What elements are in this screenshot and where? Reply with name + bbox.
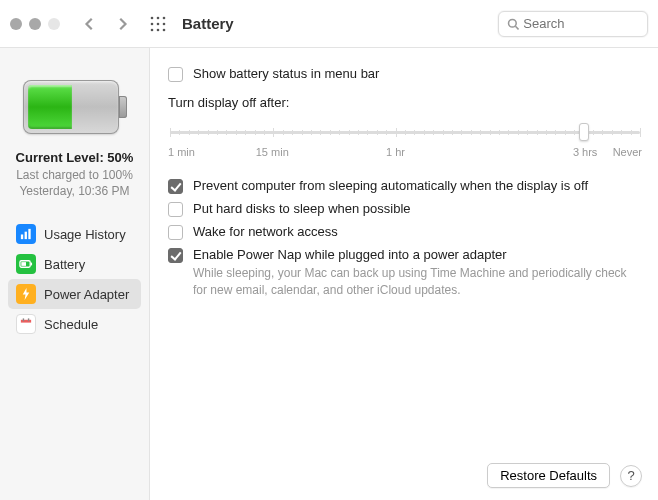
option-row: Enable Power Nap while plugged into a po… [168,247,642,298]
svg-rect-19 [23,319,24,322]
battery-illustration [23,80,127,134]
svg-point-2 [163,16,166,19]
search-icon [507,17,519,31]
option-checkbox-1[interactable] [168,202,183,217]
slider-tick-label: Never [613,146,642,158]
svg-point-6 [151,28,154,31]
sidebar-item-usage-history[interactable]: Usage History [8,219,141,249]
page-title: Battery [182,15,490,32]
forward-button[interactable] [110,12,134,36]
slider-tick-label: 15 min [256,146,289,158]
minimize-window-button[interactable] [29,18,41,30]
option-label: Enable Power Nap while plugged into a po… [193,247,642,264]
schedule-icon [16,314,36,334]
toolbar: Battery [0,0,658,48]
window-controls [10,18,60,30]
restore-defaults-button[interactable]: Restore Defaults [487,463,610,488]
svg-point-1 [157,16,160,19]
show-status-label: Show battery status in menu bar [193,66,379,83]
search-field[interactable] [498,11,648,37]
content-pane: Show battery status in menu bar Turn dis… [150,48,658,500]
show-status-checkbox[interactable] [168,67,183,82]
option-label: Put hard disks to sleep when possible [193,201,411,218]
fullscreen-window-button[interactable] [48,18,60,30]
option-checkbox-2[interactable] [168,225,183,240]
option-checkbox-0[interactable] [168,179,183,194]
search-input[interactable] [523,16,639,31]
svg-point-0 [151,16,154,19]
current-level-label: Current Level: 50% [16,150,134,165]
slider-tick-label: 3 hrs [573,146,597,158]
svg-rect-18 [21,320,31,323]
close-window-button[interactable] [10,18,22,30]
svg-rect-11 [21,235,23,240]
svg-line-10 [515,26,518,29]
display-off-slider[interactable]: 1 min15 min1 hr3 hrsNever [168,120,642,160]
option-description: While sleeping, your Mac can back up usi… [193,265,642,297]
svg-rect-12 [25,232,27,239]
help-button[interactable]: ? [620,465,642,487]
svg-point-7 [157,28,160,31]
option-label: Wake for network access [193,224,338,241]
svg-point-9 [509,19,517,27]
slider-tick-label: 1 min [168,146,195,158]
svg-point-3 [151,22,154,25]
slider-thumb[interactable] [579,123,589,141]
show-all-prefs-button[interactable] [146,12,170,36]
svg-rect-16 [21,263,26,267]
sidebar-item-battery[interactable]: Battery [8,249,141,279]
sidebar-item-power-adapter[interactable]: Power Adapter [8,279,141,309]
option-row: Put hard disks to sleep when possible [168,201,642,218]
option-checkbox-3[interactable] [168,248,183,263]
svg-point-4 [157,22,160,25]
display-off-label: Turn display off after: [168,95,642,110]
slider-tick-label: 1 hr [386,146,405,158]
option-row: Prevent computer from sleeping automatic… [168,178,642,195]
svg-rect-15 [31,263,32,266]
option-row: Wake for network access [168,224,642,241]
sidebar-item-label: Battery [44,257,85,272]
svg-point-5 [163,22,166,25]
usage-history-icon [16,224,36,244]
sidebar-item-label: Schedule [44,317,98,332]
sidebar-item-schedule[interactable]: Schedule [8,309,141,339]
sidebar-item-label: Power Adapter [44,287,129,302]
svg-rect-20 [28,319,29,322]
last-charged-time: Yesterday, 10:36 PM [19,183,129,199]
battery-icon [16,254,36,274]
svg-point-8 [163,28,166,31]
back-button[interactable] [78,12,102,36]
option-label: Prevent computer from sleeping automatic… [193,178,588,195]
sidebar-item-label: Usage History [44,227,126,242]
power-adapter-icon [16,284,36,304]
last-charged-label: Last charged to 100% [16,167,133,183]
sidebar: Current Level: 50% Last charged to 100% … [0,48,150,500]
svg-rect-13 [28,229,30,239]
